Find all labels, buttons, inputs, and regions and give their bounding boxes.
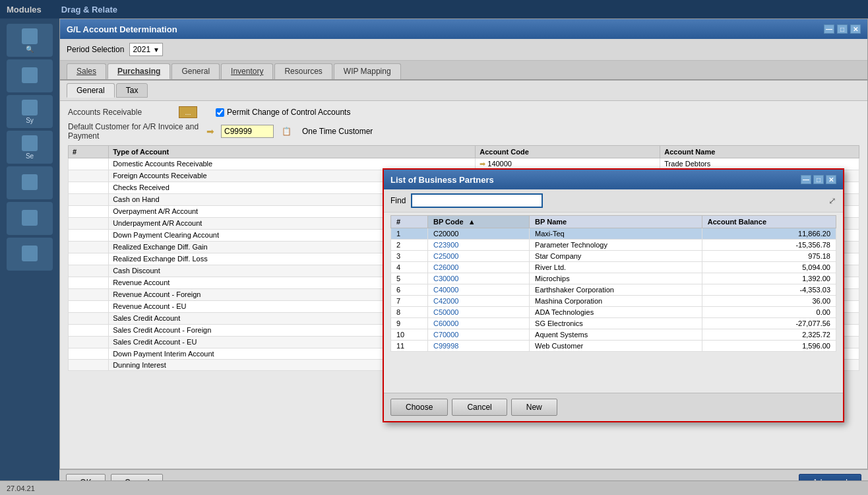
sidebar-item-2[interactable]: [7, 59, 53, 92]
arrow-icon: ➡: [206, 126, 214, 137]
maximize-button[interactable]: □: [837, 24, 848, 34]
status-date: 27.04.21: [7, 484, 35, 492]
sidebar-item-chart[interactable]: [7, 202, 53, 235]
bp-col-name[interactable]: BP Name: [530, 216, 702, 228]
bp-table-row[interactable]: 10 C70000 Aquent Systems 2,325.72: [391, 329, 836, 341]
tab-inventory[interactable]: Inventory: [221, 63, 273, 79]
close-button[interactable]: ✕: [850, 24, 861, 34]
bp-row-name: SG Electronics: [530, 318, 702, 329]
row-num: [69, 312, 109, 324]
doc2-icon: [22, 135, 38, 151]
bp-row-code: C20000: [427, 228, 529, 240]
bp-row-balance: 1,392.00: [702, 273, 836, 284]
search-icon: [22, 28, 38, 44]
col-num: #: [69, 145, 109, 158]
default-customer-row: Default Customer for A/R Invoice and Pay…: [68, 122, 859, 141]
bp-col-num[interactable]: #: [391, 216, 428, 228]
bp-row-name: Earthshaker Corporation: [530, 284, 702, 296]
window-controls: — □ ✕: [824, 24, 861, 34]
bp-row-num: 3: [391, 251, 428, 262]
window-title: G/L Account Determination: [67, 24, 824, 34]
cancel-dialog-button[interactable]: Cancel: [452, 399, 507, 416]
bp-row-name: Parameter Technology: [530, 240, 702, 251]
new-button[interactable]: New: [511, 399, 557, 416]
bp-row-name: Web Customer: [530, 341, 702, 352]
bp-row-balance: -4,353.03: [702, 284, 836, 296]
doc-icon: [22, 100, 38, 116]
bp-table-row[interactable]: 11 C99998 Web Customer 1,596.00: [391, 341, 836, 352]
tab-resources[interactable]: Resources: [274, 63, 332, 79]
sub-tab-general[interactable]: General: [67, 83, 115, 98]
expand-icon[interactable]: ⤢: [828, 195, 836, 206]
row-num: [69, 336, 109, 348]
minimize-button[interactable]: —: [824, 24, 834, 34]
folder-icon: [22, 67, 38, 83]
row-num: [69, 170, 109, 182]
dialog-minimize-btn[interactable]: —: [801, 175, 811, 184]
window-titlebar: G/L Account Determination — □ ✕: [60, 19, 867, 39]
choose-button[interactable]: Choose: [390, 399, 448, 416]
dialog-close-btn[interactable]: ✕: [826, 175, 836, 184]
sidebar-item-sy[interactable]: Sy: [7, 95, 53, 128]
bp-dialog: List of Business Partners — □ ✕ Find ⤢ #…: [383, 168, 844, 422]
left-sidebar: 🔍 Sy Se: [0, 18, 59, 495]
bp-table-row[interactable]: 1 C20000 Maxi-Teq 11,866.20: [391, 228, 836, 240]
tab-general[interactable]: General: [171, 63, 220, 79]
bp-table-row[interactable]: 3 C25000 Star Company 975.18: [391, 251, 836, 262]
row-num: [69, 158, 109, 170]
row-num: [69, 217, 109, 229]
dialog-maximize-btn[interactable]: □: [813, 175, 824, 184]
row-num: [69, 193, 109, 205]
bp-table-row[interactable]: 8 C50000 ADA Technologies 0.00: [391, 307, 836, 318]
default-customer-input[interactable]: C99999: [221, 125, 274, 138]
bp-table-row[interactable]: 6 C40000 Earthshaker Corporation -4,353.…: [391, 284, 836, 296]
bp-table-row[interactable]: 9 C60000 SG Electronics -27,077.56: [391, 318, 836, 329]
permit-change-row: Permit Change of Control Accounts: [216, 108, 350, 117]
drag-relate-label[interactable]: Drag & Relate: [61, 5, 117, 15]
bp-table-row[interactable]: 5 C30000 Microchips 1,392.00: [391, 273, 836, 284]
bp-row-balance: 5,094.00: [702, 262, 836, 273]
bp-row-code: C26000: [427, 262, 529, 273]
bp-row-num: 2: [391, 240, 428, 251]
bp-row-num: 7: [391, 296, 428, 307]
row-num: [69, 300, 109, 312]
bp-table-row[interactable]: 7 C42000 Mashina Corporation 36.00: [391, 296, 836, 307]
bp-row-name: Aquent Systems: [530, 329, 702, 341]
bp-table-row[interactable]: 4 C26000 River Ltd. 5,094.00: [391, 262, 836, 273]
find-input[interactable]: [411, 193, 543, 208]
col-name: Account Name: [660, 145, 859, 158]
modules-label[interactable]: Modules: [7, 5, 42, 15]
sidebar-item-search[interactable]: 🔍: [7, 24, 53, 57]
row-num: [69, 359, 109, 370]
dialog-title: List of Business Partners: [390, 175, 801, 185]
bp-col-balance[interactable]: Account Balance: [702, 216, 836, 228]
bp-row-name: Star Company: [530, 251, 702, 262]
bp-row-num: 6: [391, 284, 428, 296]
bp-table-row[interactable]: 2 C23900 Parameter Technology -15,356.78: [391, 240, 836, 251]
bp-row-code: C40000: [427, 284, 529, 296]
col-type: Type of Account: [109, 145, 476, 158]
bp-row-num: 5: [391, 273, 428, 284]
dialog-bottom: Choose Cancel New: [384, 393, 843, 421]
period-select[interactable]: 2021 ▼: [129, 43, 163, 56]
bp-row-balance: -27,077.56: [702, 318, 836, 329]
one-time-customer-label: One Time Customer: [302, 127, 373, 136]
permit-change-checkbox[interactable]: [216, 108, 224, 117]
accounts-receivable-btn[interactable]: ...: [179, 106, 197, 118]
tab-sales[interactable]: Sales: [67, 63, 106, 79]
accounts-receivable-row: Accounts Receivable ... Permit Change of…: [68, 106, 859, 118]
row-num: [69, 253, 109, 265]
dialog-titlebar: List of Business Partners — □ ✕: [384, 170, 843, 189]
sub-tab-tax[interactable]: Tax: [116, 83, 148, 98]
sidebar-item-settings[interactable]: [7, 238, 53, 271]
sidebar-item-grid[interactable]: [7, 166, 53, 199]
tab-purchasing[interactable]: Purchasing: [108, 63, 170, 79]
sub-tabs: General Tax: [60, 81, 867, 101]
bp-row-name: Maxi-Teq: [530, 228, 702, 240]
sidebar-item-se[interactable]: Se: [7, 131, 53, 164]
row-num: [69, 265, 109, 277]
col-code: Account Code: [476, 145, 660, 158]
bp-col-code[interactable]: BP Code ▲: [427, 216, 529, 228]
tab-wip-mapping[interactable]: WIP Mapping: [334, 63, 401, 79]
bp-row-name: Mashina Corporation: [530, 296, 702, 307]
